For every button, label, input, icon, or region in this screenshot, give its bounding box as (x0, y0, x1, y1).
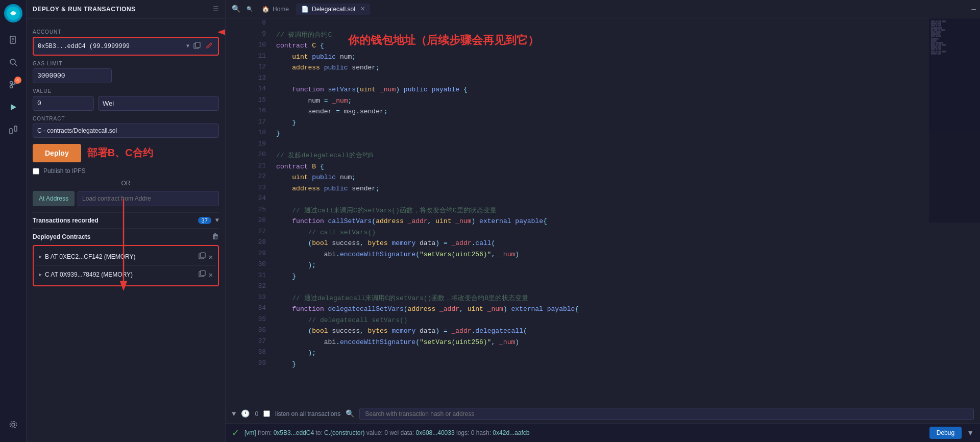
c-instance-copy-button[interactable] (199, 270, 206, 279)
delete-all-contracts-button[interactable]: 🗑 (212, 233, 219, 241)
sidebar-icon-search[interactable] (4, 53, 22, 71)
code-content: num = _num; (272, 95, 980, 107)
code-line-24: 24 (226, 194, 980, 205)
publish-row: Publish to IPFS (33, 167, 219, 175)
c-instance-name: C AT 0X939...78492 (MEMORY) (45, 271, 133, 278)
code-content: function setVars(uint _num) public payab… (272, 84, 980, 95)
code-content: ); (272, 260, 980, 271)
clock-icon: 🕐 (241, 409, 250, 418)
sidebar-icon-deploy[interactable] (4, 98, 22, 116)
line-number: 24 (226, 194, 272, 205)
svg-point-7 (10, 82, 12, 84)
account-icons: ▼ (186, 41, 214, 52)
panel-menu-icon[interactable]: ☰ (213, 5, 219, 13)
line-number: 12 (226, 62, 272, 73)
publish-label: Publish to IPFS (43, 167, 86, 175)
tx-search-icon: 🔍 (346, 409, 354, 418)
line-number: 22 (226, 172, 272, 183)
tx-log: ✓ [vm] from: 0x5B3...eddC4 to: C.(constr… (226, 423, 980, 442)
b-instance-actions: ✕ (199, 252, 213, 261)
at-address-button[interactable]: At Address (33, 191, 75, 206)
line-number: 26 (226, 216, 272, 227)
sidebar-icon-settings[interactable] (4, 415, 22, 434)
tab-delegatecall[interactable]: 📄 Delegatecall.sol ✕ (296, 4, 370, 15)
bottom-expand-arrow[interactable]: ▼ (232, 410, 236, 418)
line-number: 37 (226, 337, 272, 348)
code-content (272, 73, 980, 85)
code-minimap: ████ ██ ███ ████ ██████ ████ ████ ██ ███… (929, 18, 980, 223)
c-contract-instance[interactable]: ▶ C AT 0X939...78492 (MEMORY) ✕ (36, 266, 216, 283)
tab-zoom-in[interactable]: 🔍 (244, 4, 255, 14)
account-value: 0x5B3...eddC4 (99.9999999 (38, 43, 130, 50)
tab-more-button[interactable]: — (972, 5, 976, 13)
publish-checkbox[interactable] (33, 168, 39, 175)
account-dropdown-arrow[interactable]: ▼ (186, 43, 189, 49)
sidebar-icon-git[interactable]: 4 (4, 76, 22, 94)
b-contract-instance[interactable]: ▶ B AT 0XEC2...CF142 (MEMORY) ✕ (36, 248, 216, 266)
code-content: // 通过call来调用C的setVars()函数，将改变合约C里的状态变量 (272, 205, 980, 216)
home-tab-label: Home (273, 6, 289, 13)
deployed-contracts-label: Deployed Contracts (33, 233, 90, 240)
deploy-button[interactable]: Deploy (33, 144, 81, 162)
value-row: Wei Gwei Ether (33, 96, 219, 111)
code-line-12: 12 address public sender; (226, 62, 980, 73)
contract-label: CONTRACT (33, 116, 219, 121)
code-line-20: 20 // 发起delegatecall的合约B (226, 150, 980, 161)
line-number: 16 (226, 106, 272, 117)
value-unit-select[interactable]: Wei Gwei Ether (98, 96, 219, 111)
line-number: 39 (226, 359, 272, 370)
code-content: ); (272, 348, 980, 359)
code-content (272, 194, 980, 205)
tx-log-text: [vm] from: 0x5B3...eddC4 to: C.(construc… (244, 429, 529, 436)
bottom-bar: ▼ 🕐 0 listen on all transactions 🔍 (226, 404, 980, 423)
svg-line-6 (15, 64, 17, 66)
contract-select[interactable]: C - contracts/Delegatecall.sol (33, 124, 219, 138)
tab-home[interactable]: 🏠 Home (257, 4, 294, 15)
code-content: // delegatecall setVars() (272, 315, 980, 326)
debug-button[interactable]: Debug (929, 427, 962, 439)
code-content: (bool success, bytes memory data) = _add… (272, 238, 980, 249)
line-number: 18 (226, 128, 272, 139)
account-selector[interactable]: 0x5B3...eddC4 (99.9999999 ▼ (33, 37, 219, 56)
listen-checkbox[interactable] (263, 410, 270, 417)
editor-tabs: 🔍 🔍 🏠 Home 📄 Delegatecall.sol ✕ — (226, 0, 980, 18)
code-line-35: 35 // delegatecall setVars() (226, 315, 980, 326)
c-instance-close-button[interactable]: ✕ (209, 271, 213, 279)
code-content: // 通过delegatecall来调用C的setVars()函数，将改变合约B… (272, 293, 980, 304)
svg-rect-16 (195, 42, 200, 47)
code-line-37: 37 abi.encodeWithSignature("setVars(uint… (226, 337, 980, 348)
gas-limit-input[interactable] (33, 68, 112, 83)
svg-rect-12 (14, 126, 17, 131)
transactions-label: Transactions recorded (33, 217, 99, 224)
tx-expand-button[interactable]: ▼ (967, 429, 974, 437)
code-line-10: 10 contract C { (226, 40, 980, 52)
c-instance-actions: ✕ (199, 270, 213, 279)
tab-close-button[interactable]: ✕ (360, 6, 365, 12)
sidebar-icon-plugins[interactable] (4, 120, 22, 139)
code-line-19: 19 (226, 139, 980, 151)
code-content (272, 282, 980, 293)
or-divider: OR (33, 180, 219, 187)
listen-label: listen on all transactions (275, 410, 340, 418)
svg-marker-10 (11, 104, 16, 110)
code-line-23: 23 address public sender; (226, 183, 980, 194)
b-instance-close-button[interactable]: ✕ (209, 253, 213, 261)
load-contract-input[interactable] (78, 191, 219, 206)
code-content: (bool success, bytes memory data) = _add… (272, 326, 980, 337)
value-input[interactable] (33, 96, 94, 111)
account-edit-button[interactable] (205, 41, 214, 52)
svg-point-13 (12, 423, 15, 426)
main-content: 🔍 🔍 🏠 Home 📄 Delegatecall.sol ✕ — 你的钱包地址… (226, 0, 980, 442)
tab-zoom-out[interactable]: 🔍 (230, 3, 242, 15)
code-content: // 被调用的合约C (272, 30, 980, 41)
account-copy-button[interactable] (192, 41, 202, 52)
line-number: 35 (226, 315, 272, 326)
sidebar-icon-files[interactable] (4, 31, 22, 49)
code-content: } (272, 271, 980, 282)
tx-search-input[interactable] (359, 408, 974, 420)
code-content: address public sender; (272, 62, 980, 73)
transactions-row[interactable]: Transactions recorded 37 ▼ (33, 212, 219, 228)
contract-select-wrap: C - contracts/Delegatecall.sol (33, 124, 219, 138)
line-number: 13 (226, 73, 272, 85)
b-instance-copy-button[interactable] (199, 252, 206, 261)
